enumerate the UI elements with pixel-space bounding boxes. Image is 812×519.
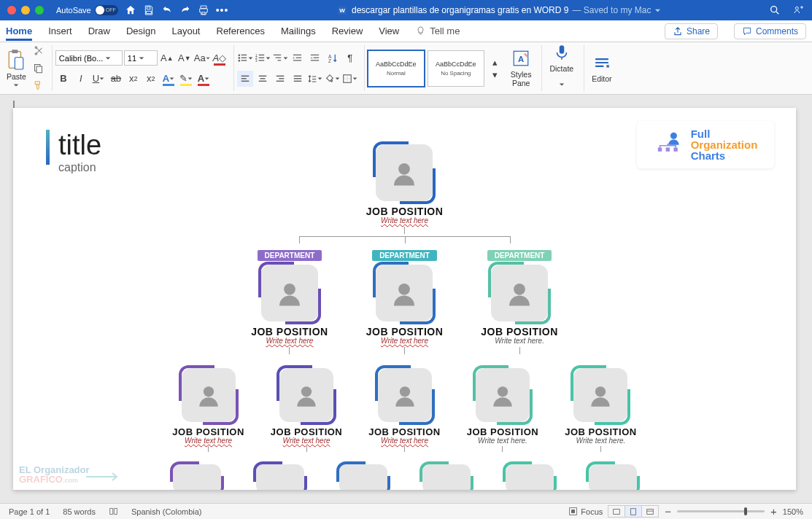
undo-icon[interactable]: [161, 4, 173, 16]
style-normal[interactable]: AaBbCcDdEe Normal: [368, 50, 425, 87]
show-marks-button[interactable]: ¶: [342, 50, 358, 66]
web-layout-button[interactable]: [641, 505, 659, 518]
cut-button[interactable]: [31, 44, 46, 58]
word-count[interactable]: 85 words: [63, 507, 96, 516]
org-node-partial[interactable]: [422, 464, 471, 490]
save-icon[interactable]: [143, 4, 155, 16]
tab-review[interactable]: Review: [332, 21, 363, 41]
zoom-out-button[interactable]: −: [665, 505, 671, 518]
bullets-button[interactable]: [237, 50, 253, 66]
tab-draw[interactable]: Draw: [88, 21, 110, 41]
tell-me-search[interactable]: Tell me: [415, 26, 460, 36]
justify-button[interactable]: [290, 71, 306, 87]
autosave-switch[interactable]: OFF: [95, 5, 118, 15]
maximize-window-button[interactable]: [35, 6, 44, 15]
align-left-button[interactable]: [237, 71, 253, 87]
align-right-button[interactable]: [272, 71, 288, 87]
zoom-slider[interactable]: [677, 510, 765, 512]
read-mode-button[interactable]: [608, 505, 625, 518]
minimize-window-button[interactable]: [21, 6, 30, 15]
zoom-level[interactable]: 150%: [783, 507, 803, 516]
borders-button[interactable]: [342, 71, 358, 87]
page-indicator[interactable]: Page 1 of 1: [9, 507, 50, 516]
org-node[interactable]: JOB POSITION Write text here: [368, 368, 440, 454]
tab-view[interactable]: View: [379, 21, 399, 41]
status-bar: Page 1 of 1 85 words Spanish (Colombia) …: [0, 503, 812, 519]
org-chart[interactable]: JOB POSITION Write text here DEPARTMENT …: [13, 144, 796, 490]
superscript-button[interactable]: x2: [143, 71, 159, 87]
dictate-button[interactable]: Dictate: [545, 43, 578, 94]
sort-button[interactable]: AZ: [325, 50, 341, 66]
editor-button[interactable]: Editor: [587, 53, 616, 83]
spellcheck-indicator[interactable]: [109, 507, 118, 516]
styles-pane-button[interactable]: A Styles Pane: [506, 49, 536, 87]
org-node-partial[interactable]: [256, 464, 304, 490]
print-icon[interactable]: [198, 4, 209, 16]
org-node[interactable]: JOB POSITION Write text here: [271, 368, 342, 454]
tab-insert[interactable]: Insert: [48, 21, 72, 41]
font-color-button[interactable]: A: [196, 71, 212, 87]
tab-design[interactable]: Design: [126, 21, 155, 41]
change-case-button[interactable]: Aa: [194, 50, 210, 66]
align-center-button[interactable]: [255, 71, 271, 87]
decrease-indent-button[interactable]: [290, 50, 306, 66]
search-icon[interactable]: [769, 4, 781, 16]
underline-button[interactable]: U: [90, 71, 107, 87]
increase-font-button[interactable]: A▲: [159, 50, 175, 66]
chevron-down-icon[interactable]: [654, 7, 661, 14]
decrease-font-button[interactable]: A▼: [177, 50, 193, 66]
font-selector[interactable]: Calibri (Bo...: [55, 50, 123, 66]
org-node-partial[interactable]: [506, 464, 554, 490]
shading-button[interactable]: [325, 71, 341, 87]
line-spacing-button[interactable]: [307, 71, 323, 87]
document-area[interactable]: title caption FullOrganizationCharts JOB…: [0, 95, 812, 503]
org-node-partial[interactable]: [589, 464, 637, 490]
zoom-in-button[interactable]: +: [770, 505, 777, 518]
language-indicator[interactable]: Spanish (Colombia): [131, 507, 202, 516]
job-position-label: JOB POSITION: [366, 206, 444, 217]
chevron-down-icon[interactable]: [13, 82, 19, 88]
bold-button[interactable]: B: [55, 71, 71, 87]
tab-references[interactable]: References: [217, 21, 265, 41]
org-node-top[interactable]: JOB POSITION Write text here: [366, 144, 444, 225]
increase-indent-button[interactable]: [307, 50, 323, 66]
numbering-button[interactable]: 123: [255, 50, 271, 66]
styles-scroll-up[interactable]: ▴: [487, 56, 503, 68]
font-size-selector[interactable]: 11: [124, 50, 158, 66]
tab-home[interactable]: Home: [6, 21, 32, 41]
text-effects-button[interactable]: A: [161, 71, 177, 87]
org-node-partial[interactable]: [339, 464, 387, 490]
styles-scroll-down[interactable]: ▾: [487, 69, 503, 80]
document-title[interactable]: W descargar plantillas de organigramas g…: [235, 4, 762, 16]
style-no-spacing[interactable]: AaBbCcDdEe No Spacing: [428, 50, 484, 87]
highlight-button[interactable]: ✎: [178, 71, 194, 87]
subscript-button[interactable]: x2: [125, 71, 142, 87]
org-node-partial[interactable]: [173, 464, 221, 490]
org-node[interactable]: DEPARTMENT JOB POSITION Write text here.: [481, 250, 558, 356]
share-button[interactable]: Share: [665, 23, 718, 39]
focus-mode-button[interactable]: Focus: [568, 507, 603, 516]
tab-layout[interactable]: Layout: [171, 21, 200, 41]
home-icon[interactable]: [125, 4, 136, 16]
comments-button[interactable]: Comments: [734, 23, 806, 39]
org-node[interactable]: DEPARTMENT JOB POSITION Write text here: [251, 250, 328, 356]
print-layout-button[interactable]: [625, 505, 642, 518]
org-node[interactable]: DEPARTMENT JOB POSITION Write text here: [366, 250, 444, 356]
tab-mailings[interactable]: Mailings: [281, 21, 316, 41]
close-window-button[interactable]: [7, 6, 16, 15]
account-icon[interactable]: [793, 4, 805, 16]
format-painter-button[interactable]: [31, 79, 46, 93]
more-icon[interactable]: •••: [216, 4, 229, 16]
org-node[interactable]: JOB POSITION Write text here.: [565, 368, 636, 454]
org-node[interactable]: JOB POSITION Write text here.: [467, 368, 538, 454]
copy-button[interactable]: [31, 61, 46, 76]
redo-icon[interactable]: [179, 4, 191, 16]
clear-formatting-button[interactable]: A◇: [212, 50, 228, 66]
multilevel-list-button[interactable]: [272, 50, 288, 66]
strikethrough-button[interactable]: ab: [108, 71, 124, 87]
paste-button[interactable]: Paste: [4, 49, 28, 88]
autosave-toggle[interactable]: AutoSave OFF: [56, 5, 118, 15]
svg-rect-35: [259, 75, 267, 76]
italic-button[interactable]: I: [73, 71, 89, 87]
org-node[interactable]: JOB POSITION Write text here: [172, 368, 244, 454]
